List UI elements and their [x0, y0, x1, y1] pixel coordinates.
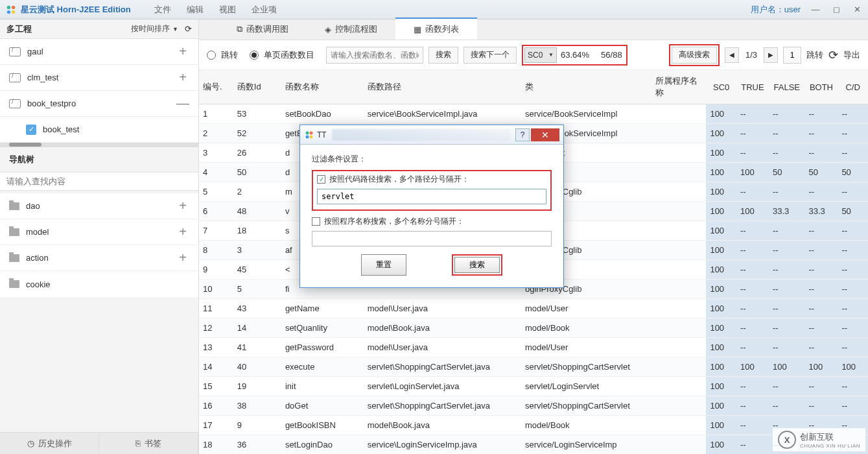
subproject-item[interactable]: ✓book_test — [0, 117, 198, 143]
tree-item[interactable]: model+ — [0, 219, 198, 245]
clock-icon: ◷ — [27, 438, 34, 448]
expand-icon[interactable]: + — [176, 198, 189, 213]
col-num[interactable]: 编号. — [199, 70, 233, 104]
folder-icon — [9, 254, 19, 262]
tab-callgraph[interactable]: ⧉函数调用图 — [218, 19, 307, 40]
dialog-body: 过滤条件设置： ✓ 按照代码路径搜索，多个路径分号隔开： 按照程序名称搜索，多个… — [300, 145, 563, 287]
path-search-input[interactable] — [317, 189, 546, 204]
program-search-input[interactable] — [312, 231, 552, 246]
col-name[interactable]: 函数名称 — [281, 70, 364, 104]
watermark-brand: 创新互联 — [800, 431, 860, 443]
table-row[interactable]: 1836setLoginDaoservice\LoginServiceImp.j… — [199, 435, 868, 455]
collapse-icon[interactable]: — — [176, 96, 189, 111]
path-checkbox[interactable]: ✓ — [317, 175, 325, 184]
expand-icon[interactable]: + — [176, 44, 189, 59]
navtree-search-input[interactable] — [0, 172, 198, 191]
path-search-highlight: ✓ 按照代码路径搜索，多个路径分号隔开： — [312, 170, 552, 211]
menu-file[interactable]: 文件 — [147, 4, 179, 16]
col-program[interactable]: 所属程序名称 — [651, 70, 707, 104]
tree-item[interactable]: action+ — [0, 245, 198, 271]
col-true[interactable]: TRUE — [736, 70, 769, 104]
radio-jump[interactable] — [207, 51, 216, 60]
jump-button[interactable]: 跳转 — [806, 49, 823, 61]
close-icon[interactable]: ✕ — [851, 5, 863, 14]
table-row[interactable]: 153setBookDaoservice\BookServiceImpl.jav… — [199, 104, 868, 124]
adv-search-button[interactable]: 高级搜索 — [672, 47, 717, 64]
multiproject-header: 多工程 按时间排序▼ ⟳ — [0, 19, 198, 39]
dialog-title-blur — [332, 129, 510, 141]
tab-funclist[interactable]: ▦函数列表 — [395, 18, 477, 40]
table-row[interactable]: 179getBookISBNmodel\Book.javamodel/Book1… — [199, 416, 868, 435]
expand-icon[interactable]: + — [176, 250, 189, 265]
project-item[interactable]: gaul+ — [0, 39, 198, 65]
project-item[interactable]: clm_test+ — [0, 65, 198, 91]
dialog-titlebar[interactable]: TT ? ✕ — [300, 125, 563, 145]
left-panel: 多工程 按时间排序▼ ⟳ gaul+ clm_test+ book_testpr… — [0, 19, 199, 454]
table-row[interactable]: 1440executeservlet\ShoppingCartServlet.j… — [199, 357, 868, 377]
refresh-icon[interactable]: ⟳ — [828, 48, 838, 62]
dialog-close-button[interactable]: ✕ — [531, 128, 559, 141]
tree-item[interactable]: cookie — [0, 271, 198, 297]
menu-edit[interactable]: 编辑 — [179, 4, 211, 16]
toolbar: 跳转 单页函数数目 搜索 搜索下一个 SC0▼ 63.64% 56/88 高级搜… — [199, 40, 868, 70]
table-row[interactable]: 1341getPasswordmodel\User.javamodel/User… — [199, 338, 868, 357]
tree-label: dao — [26, 201, 40, 211]
refresh-icon[interactable]: ⟳ — [185, 24, 192, 34]
sc-ratio: 56/88 — [601, 50, 622, 60]
col-cd[interactable]: C/D — [838, 70, 868, 104]
pager: ◀ 1/3 ▶ — [725, 47, 778, 63]
minimize-icon[interactable]: — — [810, 5, 821, 14]
export-button[interactable]: 导出 — [843, 49, 860, 61]
expand-icon[interactable]: + — [176, 224, 189, 239]
maximize-icon[interactable]: ◻ — [830, 5, 842, 14]
tree-item[interactable]: dao+ — [0, 193, 198, 219]
sc-select[interactable]: SC0▼ — [524, 47, 557, 63]
dialog-search-button[interactable]: 搜索 — [454, 257, 500, 273]
watermark: X 创新互联CHUANG XIN HU LIAN — [773, 428, 865, 451]
col-false[interactable]: FALSE — [769, 70, 804, 104]
col-id[interactable]: 函数Id — [233, 70, 281, 104]
table-row[interactable]: 1519initservlet\LoginServlet.javaservlet… — [199, 377, 868, 396]
menu-view[interactable]: 视图 — [211, 4, 244, 16]
page-input[interactable] — [783, 47, 801, 64]
table-row[interactable]: 1638doGetservlet\ShoppingCartServlet.jav… — [199, 396, 868, 416]
menu-project[interactable]: 企业项 — [244, 4, 285, 16]
col-sc0[interactable]: SC0 — [706, 70, 736, 104]
folder-icon — [9, 202, 19, 210]
folder-icon — [9, 228, 19, 236]
titlebar: 星云测试 Horn-J2EE Edition 文件 编辑 视图 企业项 用户名：… — [0, 0, 868, 19]
page-next-button[interactable]: ▶ — [764, 47, 778, 63]
col-class[interactable]: 类 — [521, 70, 651, 104]
svg-point-7 — [310, 135, 313, 138]
project-item[interactable]: book_testpro— — [0, 91, 198, 117]
project-icon — [9, 73, 21, 82]
view-tabs: ⧉函数调用图 ◈控制流程图 ▦函数列表 — [199, 19, 868, 40]
search-next-button[interactable]: 搜索下一个 — [463, 47, 517, 64]
col-path[interactable]: 函数路径 — [364, 70, 521, 104]
app-title: 星云测试 Horn-J2EE Edition — [21, 4, 131, 16]
svg-point-1 — [12, 5, 15, 8]
tree-label: action — [26, 253, 49, 263]
bottom-tabs: ◷历史操作 ⎘书签 — [0, 432, 198, 454]
sort-dropdown[interactable]: 按时间排序▼ — [131, 23, 178, 34]
adv-search-highlight: 高级搜索 — [669, 44, 720, 66]
radio-perpage-label: 单页函数数目 — [264, 49, 314, 61]
multiproject-title: 多工程 — [6, 23, 32, 35]
tab-flowchart[interactable]: ◈控制流程图 — [307, 19, 395, 40]
table-row[interactable]: 1214setQuanlitymodel\Book.javamodel/Book… — [199, 318, 868, 338]
tab-history[interactable]: ◷历史操作 — [0, 433, 99, 454]
reset-button[interactable]: 重置 — [361, 254, 406, 276]
search-button[interactable]: 搜索 — [428, 47, 458, 64]
tab-bookmark[interactable]: ⎘书签 — [99, 433, 198, 454]
page-prev-button[interactable]: ◀ — [725, 47, 739, 63]
dialog-help-button[interactable]: ? — [515, 128, 530, 141]
search-input[interactable] — [326, 47, 423, 64]
scrollbar[interactable] — [0, 143, 198, 147]
expand-icon[interactable]: + — [176, 70, 189, 85]
table-row[interactable]: 1143getNamemodel\User.javamodel/User100-… — [199, 299, 868, 318]
radio-perpage[interactable] — [250, 51, 259, 60]
svg-point-0 — [7, 5, 10, 8]
program-checkbox[interactable] — [312, 217, 320, 226]
col-both[interactable]: BOTH — [805, 70, 838, 104]
tree-label: cookie — [26, 280, 51, 289]
